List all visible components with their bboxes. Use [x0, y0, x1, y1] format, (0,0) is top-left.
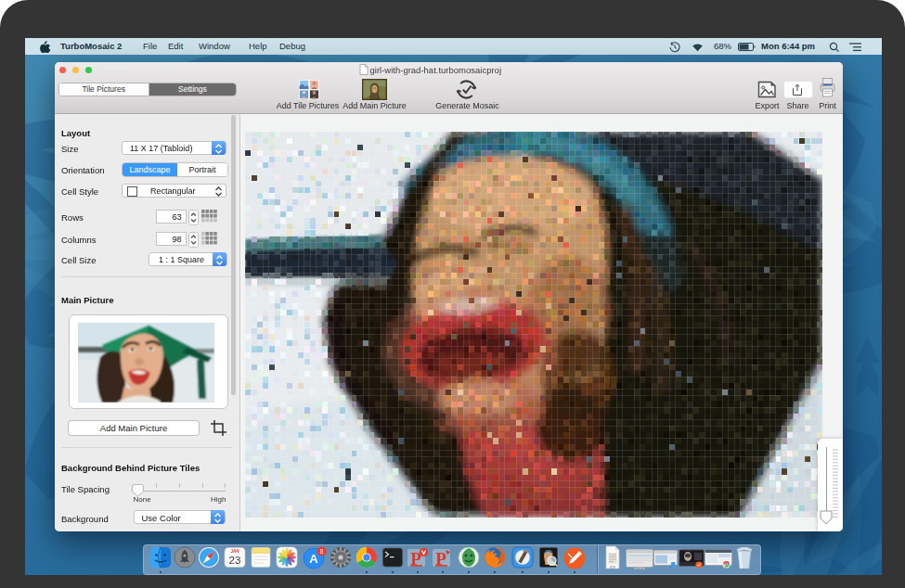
svg-text:8: 8: [320, 548, 324, 555]
svg-text:JAN: JAN: [230, 549, 239, 554]
svg-text:23: 23: [229, 555, 241, 566]
svg-text:A: A: [309, 552, 318, 566]
svg-text:RTF: RTF: [610, 566, 616, 569]
